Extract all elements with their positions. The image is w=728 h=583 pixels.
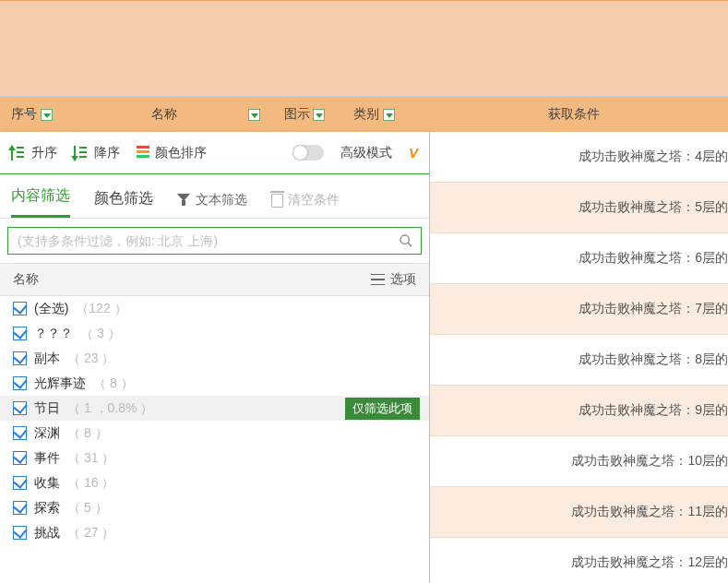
text-filter-button[interactable]: 文本筛选: [177, 192, 247, 218]
filter-item[interactable]: 副本（ 23 ）: [0, 346, 429, 371]
table-row[interactable]: 成功击败神魔之塔：10层的: [430, 436, 728, 487]
dropdown-icon[interactable]: [41, 109, 53, 121]
checkbox[interactable]: [13, 351, 27, 365]
options-button[interactable]: 选项: [371, 271, 416, 288]
header-banner: [0, 0, 728, 97]
filter-item[interactable]: ？？？（ 3 ）: [0, 321, 429, 346]
checkbox[interactable]: [13, 526, 27, 540]
clear-filter-label: 清空条件: [288, 192, 340, 208]
filter-item[interactable]: 探索（ 5 ）: [0, 495, 429, 520]
checkbox[interactable]: [13, 476, 27, 490]
filter-item-count: （ 23 ）: [67, 351, 114, 367]
filter-item[interactable]: 事件（ 31 ）: [0, 446, 429, 470]
sort-asc-label: 升序: [31, 145, 57, 161]
search-row: [0, 219, 429, 263]
tab-color-filter[interactable]: 颜色筛选: [94, 189, 153, 218]
trash-icon: [271, 194, 283, 208]
sort-asc-button[interactable]: 升序: [11, 145, 57, 161]
list-head-name: 名称: [13, 271, 39, 288]
search-box: [7, 227, 422, 255]
clear-filter-button[interactable]: 清空条件: [271, 192, 340, 218]
table-row[interactable]: 成功击败神魔之塔：4层的: [430, 132, 728, 183]
filter-item-count: （ 8 ）: [93, 375, 134, 392]
search-icon[interactable]: [391, 228, 421, 254]
filter-item-label: 光辉事迹: [34, 375, 86, 392]
filter-item[interactable]: 节日（ 1 ，0.8% ）仅筛选此项: [0, 396, 429, 421]
filter-item-label: 探索: [34, 500, 60, 517]
checkbox[interactable]: [13, 401, 27, 415]
filter-item-label: 深渊: [34, 425, 60, 442]
table-row[interactable]: 成功击败神魔之塔：9层的: [430, 386, 728, 436]
table-row[interactable]: 成功击败神魔之塔：11层的: [430, 487, 728, 538]
filter-only-button[interactable]: 仅筛选此项: [345, 398, 420, 420]
sort-toolbar: 升序 降序 颜色排序 高级模式 V: [0, 132, 429, 174]
filter-item-count: （ 27 ）: [67, 525, 114, 541]
table-row[interactable]: 成功击败神魔之塔：7层的: [430, 284, 728, 335]
filter-item-count: （ 1 ，0.8% ）: [67, 400, 153, 417]
filter-panel: 升序 降序 颜色排序 高级模式 V 内容筛选 颜色筛选 文本筛选 清空条件: [0, 132, 430, 583]
vip-badge-icon: V: [409, 145, 418, 161]
col-name[interactable]: 名称: [63, 97, 266, 132]
checkbox[interactable]: [13, 426, 27, 440]
col-icon[interactable]: 图示: [266, 97, 328, 132]
filter-item[interactable]: 光辉事迹（ 8 ）: [0, 371, 429, 396]
table-row[interactable]: 成功击败神魔之塔：5层的: [430, 183, 728, 233]
dropdown-icon[interactable]: [248, 109, 260, 121]
funnel-icon: [177, 194, 190, 207]
filter-item-label: (全选): [34, 301, 68, 317]
color-sort-icon: [137, 146, 149, 161]
sort-desc-label: 降序: [94, 145, 120, 161]
sort-color-label: 颜色排序: [155, 145, 207, 161]
sort-desc-button[interactable]: 降序: [74, 145, 120, 161]
checkbox[interactable]: [13, 376, 27, 390]
filter-list-header: 名称 选项: [0, 263, 429, 296]
filter-item-count: （ 5 ）: [67, 500, 108, 517]
col-seq-label: 序号: [11, 106, 37, 123]
checkbox[interactable]: [13, 451, 27, 465]
col-category[interactable]: 类别: [328, 97, 419, 132]
advanced-toggle[interactable]: [292, 145, 324, 161]
filter-item[interactable]: (全选)（122 ）: [0, 296, 429, 321]
dropdown-icon[interactable]: [383, 109, 395, 121]
svg-point-0: [400, 235, 409, 244]
col-name-label: 名称: [151, 106, 177, 123]
filter-item-label: 副本: [34, 351, 60, 367]
table-row[interactable]: 成功击败神魔之塔：8层的: [430, 335, 728, 386]
options-label: 选项: [390, 271, 416, 288]
filter-list: (全选)（122 ）？？？（ 3 ）副本（ 23 ）光辉事迹（ 8 ）节日（ 1…: [0, 296, 429, 545]
data-rows: 成功击败神魔之塔：4层的成功击败神魔之塔：5层的成功击败神魔之塔：6层的成功击败…: [430, 132, 728, 583]
advanced-label: 高级模式: [340, 145, 392, 161]
filter-item-label: ？？？: [34, 326, 73, 342]
col-condition[interactable]: 获取条件: [419, 97, 728, 132]
filter-tabs: 内容筛选 颜色筛选 文本筛选 清空条件: [0, 174, 429, 219]
dropdown-icon[interactable]: [313, 109, 325, 121]
filter-item-label: 事件: [34, 450, 60, 467]
checkbox[interactable]: [13, 327, 27, 340]
hamburger-icon: [371, 274, 385, 285]
text-filter-label: 文本筛选: [196, 192, 247, 208]
sort-desc-icon: [74, 145, 89, 161]
col-seq[interactable]: 序号: [0, 97, 63, 132]
filter-item[interactable]: 收集（ 16 ）: [0, 470, 429, 495]
filter-item-count: （ 3 ）: [80, 326, 121, 342]
table-row[interactable]: 成功击败神魔之塔：6层的: [430, 233, 728, 284]
search-input[interactable]: [8, 228, 391, 254]
checkbox[interactable]: [13, 501, 27, 515]
table-row[interactable]: 成功击败神魔之塔：12层的: [430, 538, 728, 583]
filter-item-count: （122 ）: [76, 301, 126, 317]
filter-item[interactable]: 挑战（ 27 ）: [0, 520, 429, 545]
col-condition-label: 获取条件: [548, 106, 600, 123]
filter-item[interactable]: 深渊（ 8 ）: [0, 421, 429, 446]
checkbox[interactable]: [13, 302, 27, 315]
filter-item-label: 节日: [34, 400, 60, 417]
tab-content-filter[interactable]: 内容筛选: [11, 186, 70, 218]
filter-item-count: （ 16 ）: [67, 475, 114, 492]
column-header-row: 序号 名称 图示 类别 获取条件: [0, 97, 728, 132]
filter-item-label: 收集: [34, 475, 60, 492]
svg-line-1: [408, 243, 412, 246]
filter-item-label: 挑战: [34, 525, 60, 541]
filter-item-count: （ 31 ）: [67, 450, 114, 467]
col-category-label: 类别: [353, 106, 379, 123]
sort-asc-icon: [11, 145, 26, 161]
sort-color-button[interactable]: 颜色排序: [137, 145, 207, 161]
